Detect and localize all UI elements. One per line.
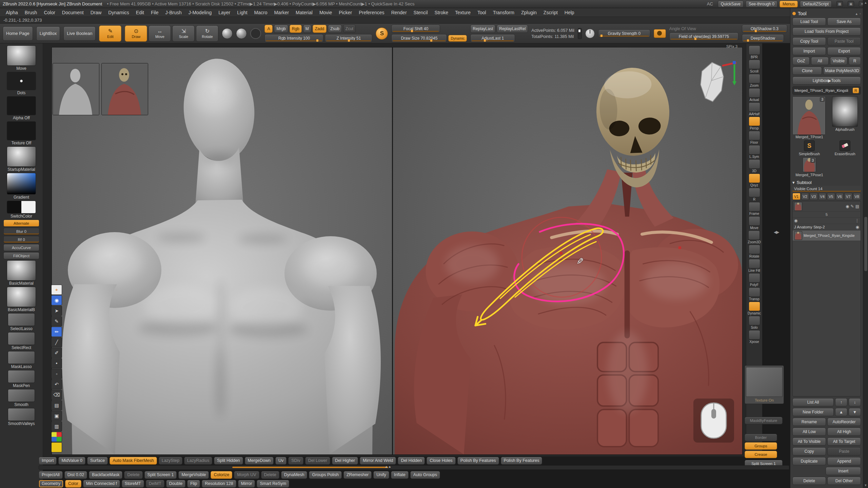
bottom-button[interactable]: Import (39, 457, 57, 465)
all-low-button[interactable]: All Low (792, 428, 826, 436)
bottom-button[interactable]: Dist 0.02 (64, 471, 87, 479)
shelf-button[interactable]: Line Fill (748, 259, 760, 272)
shelf-button[interactable]: Rotate (749, 245, 760, 258)
tray-item[interactable]: SmoothValleys (2, 408, 40, 426)
tray-item[interactable]: AccuCurve (2, 244, 40, 251)
tray-item[interactable]: Texture Off (2, 121, 40, 145)
tray-item[interactable]: SwitchColor (2, 201, 40, 219)
shelf-button[interactable]: R (749, 188, 760, 201)
pencil2-icon[interactable]: ✐ (51, 348, 62, 358)
load-tools-from-project-button[interactable]: Load Tools From Project (792, 27, 861, 36)
shelf-button[interactable]: 3D (749, 159, 760, 173)
menu-item[interactable]: Tool (474, 9, 489, 16)
material-sphere-icon[interactable] (222, 28, 233, 39)
menu-item[interactable]: Zplugin (518, 9, 540, 16)
anatomy-view[interactable] (393, 47, 742, 454)
paste-button[interactable]: Paste (827, 447, 861, 455)
visible-count-slider[interactable]: Visible Count 14 (792, 186, 861, 192)
bottom-button[interactable]: Del Lower (305, 457, 330, 465)
subtool-view-tab[interactable]: V7 (844, 193, 852, 200)
shelf-button[interactable]: Floor (749, 131, 760, 144)
bottom-button[interactable]: Geometry (39, 480, 63, 488)
texture-thumbnail[interactable] (746, 367, 783, 397)
bottom-button[interactable]: Del Hidden (398, 457, 425, 465)
a-badge[interactable]: A (264, 25, 273, 33)
bottom-button[interactable]: Auto Mask FiberMesh (110, 457, 157, 465)
bottom-button[interactable]: Uv (275, 457, 287, 465)
active-tool-thumbnail[interactable]: 3 (792, 96, 826, 135)
menu-item[interactable]: Color (41, 9, 58, 16)
more-icon[interactable]: ⋮ (855, 218, 859, 223)
bottom-button[interactable]: Split Screen 1 (144, 471, 177, 479)
live-boolean-button[interactable]: Live Boolean (63, 26, 96, 41)
scrollbar-thumb[interactable] (864, 217, 867, 271)
paste-tool-button[interactable]: Paste Tool (827, 37, 861, 45)
brush-icon[interactable]: ✎ (851, 204, 854, 209)
subtool-view-tab[interactable]: V8 (853, 193, 861, 200)
subtool-folder-row[interactable]: J Anatomy Step-2 ◉ (793, 224, 861, 230)
tray-item[interactable]: MaskLasso (2, 351, 40, 369)
new-folder-button[interactable]: New Folder (792, 408, 834, 416)
bottom-button[interactable]: Del Higher (332, 457, 358, 465)
titlebar-button[interactable]: Menus (780, 1, 798, 7)
palette-scrollbar[interactable]: ▲ ▼ (863, 0, 868, 488)
append-button[interactable]: Append (827, 457, 861, 465)
bottom-button[interactable]: StoreMT (122, 480, 144, 488)
focal-shift-slider[interactable]: Focal Shift 40 (391, 25, 440, 33)
bottom-button[interactable]: Auto Groups (410, 471, 440, 479)
bottom-button[interactable]: Polish By Features (501, 457, 542, 465)
tray-item[interactable]: Rf 0 (2, 236, 40, 243)
goz-all-button[interactable]: All (811, 57, 828, 65)
groups-button[interactable]: Groups (745, 442, 777, 450)
subtool-view-tab[interactable]: V6 (836, 193, 844, 200)
eye-icon[interactable]: ◉ (794, 218, 797, 223)
replay-last-button[interactable]: ReplayLast (470, 25, 495, 33)
dot-icon[interactable]: • (51, 358, 62, 368)
folder-icon[interactable]: ▤ (855, 204, 859, 209)
copy-icon[interactable]: ▣ (51, 411, 62, 421)
del-other-button[interactable]: Del Other (827, 477, 861, 485)
gravity-strength-slider[interactable]: Gravity Strength 0 (598, 29, 650, 38)
grid-icon[interactable]: ▦ (836, 1, 843, 7)
bottom-button[interactable]: DynaMesh (281, 471, 308, 479)
alpha-brush-thumbnail[interactable] (832, 96, 858, 127)
panel-divider-arrows[interactable]: ◀▶ (774, 230, 778, 235)
shelf-button[interactable]: PolyF (749, 273, 760, 287)
mrgb-button[interactable]: Mrgb (274, 25, 288, 33)
rgb-button[interactable]: Rgb (290, 25, 302, 33)
document-canvas[interactable]: ⌖◉➤✎✏╱✐•◦↶⌫▤▣▥▦■ ✎ (43, 43, 746, 456)
bottom-button[interactable]: Close Holes (427, 457, 455, 465)
tray-item[interactable]: Gradient (2, 173, 40, 200)
move-down-button[interactable]: ↓ (849, 398, 861, 406)
shelf-button[interactable]: Persp (749, 117, 760, 130)
deepshadow-slider[interactable]: DeepShadow (742, 34, 784, 42)
rgb-swatch-icon[interactable]: ▦ (51, 432, 62, 442)
bottom-button[interactable]: MidValue 0 (58, 457, 85, 465)
tray-item[interactable]: MaskPen (2, 370, 40, 388)
titlebar-button[interactable]: See-through 0 (746, 1, 777, 7)
bottom-button[interactable]: Delete (124, 471, 142, 479)
zsub-button[interactable]: Zsub (328, 25, 342, 33)
rename-tool-button[interactable]: R (853, 88, 859, 93)
subtool-row[interactable]: ◉ ⋮ (793, 218, 861, 224)
objshadow-slider[interactable]: ObjShadow 0.3 (742, 25, 787, 33)
subtool-view-tab[interactable]: V2 (801, 193, 809, 200)
copy-button[interactable]: Copy (792, 447, 826, 455)
simple-brush-icon[interactable]: S (804, 140, 815, 151)
draw-button[interactable]: ⊙Draw (125, 25, 147, 42)
dynamic-toggle[interactable]: Dynamic (448, 35, 467, 42)
menu-item[interactable]: Macro (251, 9, 271, 16)
save-as-button[interactable]: Save As (827, 18, 861, 26)
subtool-selected-row[interactable]: Merged_TPose1_Ryan_Kingslie (793, 230, 861, 241)
menu-item[interactable]: Picker (336, 9, 355, 16)
clone-button[interactable]: Clone (792, 67, 822, 75)
shelf-button[interactable]: Zoom (749, 74, 760, 87)
rotate-button[interactable]: ↻Rotate (196, 25, 218, 42)
eraser-brush-icon[interactable] (840, 140, 850, 151)
bottom-button[interactable]: Unify (373, 471, 389, 479)
list-all-button[interactable]: List All (792, 398, 834, 406)
tray-item[interactable]: BasicMaterial (2, 260, 40, 286)
clipboard-icon[interactable]: ▥ (51, 421, 62, 431)
tray-item[interactable]: Alpha Off (2, 96, 40, 120)
bottom-button[interactable]: Split Hidden (214, 457, 243, 465)
